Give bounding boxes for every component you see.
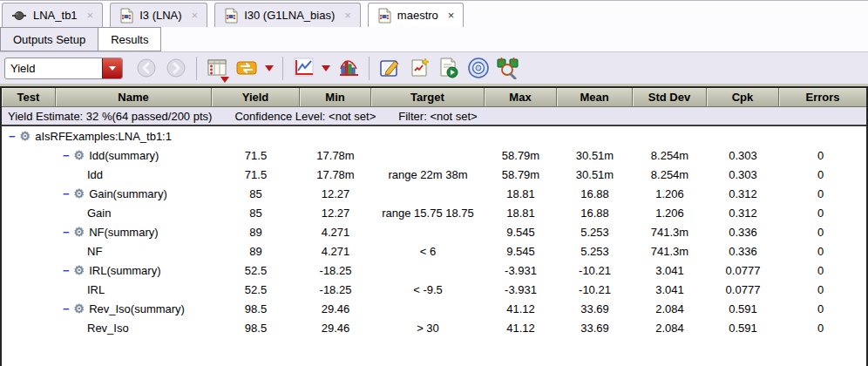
cell-min: 4.271 (300, 245, 371, 258)
column-header-max[interactable]: Max (485, 88, 557, 106)
column-header-errors[interactable]: Errors (779, 88, 866, 106)
close-icon[interactable]: × (192, 9, 199, 22)
edit-pencil-icon (378, 57, 401, 79)
tree-cell: Rev_Iso (2, 322, 212, 335)
cell-mean: 33.69 (557, 322, 633, 335)
spreadsheet-view-button[interactable] (204, 55, 230, 81)
close-icon[interactable]: × (448, 9, 455, 22)
result-row[interactable]: Rev_Iso98.529.46> 3041.1233.692.0840.591… (2, 318, 866, 337)
column-header-cpk[interactable]: Cpk (707, 88, 779, 106)
cell-yield: 85 (212, 187, 300, 200)
result-row[interactable]: NF894.271< 69.5455.253741.3m0.3360 (2, 241, 866, 261)
tab-outputs-setup[interactable]: Outputs Setup (0, 27, 98, 51)
cell-cpk: 0.303 (707, 149, 779, 162)
tab-i30-g1lna-bias[interactable]: I30 (G1LNA_bias)× (214, 3, 361, 27)
cell-mean: 5.253 (557, 245, 633, 258)
cell-errors: 0 (779, 207, 862, 220)
cell-mean: 30.51m (557, 149, 633, 162)
forward-button[interactable] (163, 55, 189, 81)
collapse-icon[interactable]: − (63, 226, 70, 239)
metric-select-dropdown-button[interactable] (102, 58, 122, 78)
column-header-mean[interactable]: Mean (557, 88, 633, 106)
spreadsheet-dropdown-icon[interactable] (220, 77, 229, 83)
test-root-row[interactable]: −⚙aIsRFExamples:LNA_tb1:1 (2, 126, 866, 146)
column-header-name[interactable]: Name (56, 88, 212, 106)
collapse-icon[interactable]: − (63, 302, 70, 315)
metric-select[interactable]: Yield (4, 58, 123, 79)
tab-i3-lna[interactable]: I3 (LNA)× (110, 3, 207, 27)
gear-icon: ⚙ (74, 225, 85, 239)
result-row[interactable]: −⚙NF(summary)894.2719.5455.253741.3m0.33… (2, 222, 866, 241)
cell-max: -3.931 (485, 264, 557, 277)
tab-lna-tb1[interactable]: LNA_tb1× (2, 3, 103, 27)
tab-results[interactable]: Results (98, 27, 161, 51)
document-play-icon (437, 57, 460, 79)
plot-results-button[interactable] (290, 55, 316, 81)
cell-target: < -9.5 (371, 283, 485, 296)
result-row[interactable]: Idd71.517.78mrange 22m 38m58.79m30.51m8.… (2, 165, 866, 184)
output-name: Idd(summary) (89, 149, 159, 162)
result-row[interactable]: −⚙Rev_Iso(summary)98.529.4641.1233.692.0… (2, 299, 866, 318)
cell-errors: 0 (779, 264, 862, 277)
netlist-search-button[interactable] (495, 55, 521, 81)
options-dial-button[interactable] (465, 55, 492, 81)
close-icon[interactable]: × (344, 9, 351, 22)
output-name: Rev_Iso(summary) (89, 302, 185, 315)
result-row[interactable]: Gain8512.27range 15.75 18.7518.8116.881.… (2, 203, 866, 222)
tab-maestro[interactable]: maestro× (368, 3, 465, 27)
column-header-min[interactable]: Min (300, 88, 371, 106)
create-report-button[interactable] (406, 55, 432, 81)
cell-errors: 0 (779, 283, 862, 296)
output-name: Rev_Iso (87, 322, 129, 335)
cell-max: 58.79m (485, 168, 557, 181)
metric-select-value: Yield (5, 58, 102, 78)
cell-cpk: 0.312 (707, 187, 779, 200)
tree-cell: Idd (2, 168, 212, 181)
column-header-test[interactable]: Test (2, 88, 56, 106)
cell-max: 58.79m (485, 149, 557, 162)
cell-errors: 0 (779, 302, 862, 315)
column-header-target[interactable]: Target (371, 88, 485, 106)
column-header-yield[interactable]: Yield (212, 88, 300, 106)
result-row[interactable]: −⚙IRL(summary)52.5-18.25-3.931-10.213.04… (2, 261, 866, 280)
output-name: aIsRFExamples:LNA_tb1:1 (35, 130, 172, 143)
cell-yield: 52.5 (212, 283, 300, 296)
replace-outputs-dropdown-icon[interactable] (265, 65, 274, 71)
result-row[interactable]: IRL52.5-18.25< -9.5-3.931-10.213.0410.07… (2, 280, 866, 299)
schematic-doc-icon (224, 8, 238, 24)
cell-cpk: 0.312 (707, 207, 779, 220)
close-icon[interactable]: × (87, 9, 94, 22)
collapse-icon[interactable]: − (63, 149, 70, 162)
tree-cell: −⚙IRL(summary) (2, 263, 212, 277)
collapse-icon[interactable]: − (63, 187, 70, 200)
cell-cpk: 0.336 (707, 226, 779, 239)
cell-mean: 5.253 (557, 226, 633, 239)
cell-cpk: 0.591 (707, 322, 779, 335)
cell-cpk: 0.0777 (707, 283, 779, 296)
tree-cell: −⚙Gain(summary) (2, 186, 212, 200)
replace-outputs-button[interactable] (234, 55, 260, 81)
cell-target: < 6 (371, 245, 485, 258)
edit-setup-button[interactable] (376, 55, 403, 81)
column-header-std-dev[interactable]: Std Dev (633, 88, 707, 106)
collapse-icon[interactable]: − (63, 264, 70, 277)
cell-mean: 33.69 (557, 302, 633, 315)
cell-yield: 71.5 (212, 168, 300, 181)
back-button[interactable] (133, 55, 159, 81)
histogram-icon (337, 57, 360, 79)
histogram-button[interactable] (336, 55, 362, 81)
yield-estimate-text: Yield Estimate: 32 %(64 passed/200 pts) (8, 110, 212, 123)
tab-label: Results (111, 33, 148, 46)
plot-dropdown-icon[interactable] (322, 65, 330, 71)
cell-std-dev: 8.254m (633, 149, 707, 162)
cell-max: 9.545 (485, 226, 557, 239)
gear-icon: ⚙ (74, 263, 85, 277)
cell-mean: 30.51m (557, 168, 633, 181)
cell-std-dev: 741.3m (633, 226, 707, 239)
run-report-button[interactable] (436, 55, 462, 81)
tree-cell: NF (2, 245, 212, 258)
cell-errors: 0 (779, 322, 862, 335)
result-row[interactable]: −⚙Idd(summary)71.517.78m58.79m30.51m8.25… (2, 146, 866, 165)
collapse-icon[interactable]: − (9, 130, 16, 143)
result-row[interactable]: −⚙Gain(summary)8512.2718.8116.881.2060.3… (2, 184, 866, 203)
